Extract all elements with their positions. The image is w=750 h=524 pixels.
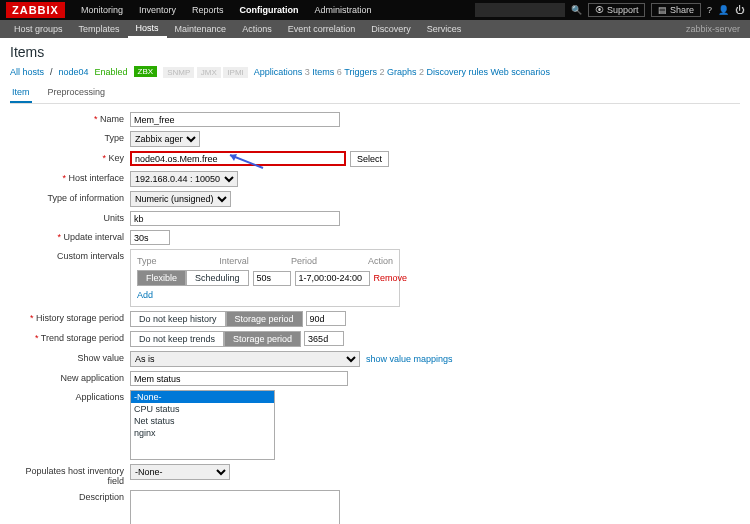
description-textarea[interactable] bbox=[130, 490, 340, 524]
tab-preprocessing[interactable]: Preprocessing bbox=[46, 83, 108, 103]
bc-link-graphs[interactable]: Graphs bbox=[387, 67, 417, 77]
trend-period-input[interactable] bbox=[304, 331, 344, 346]
bc-link-triggers[interactable]: Triggers bbox=[344, 67, 377, 77]
bc-link-applications[interactable]: Applications bbox=[254, 67, 303, 77]
tag-snmp: SNMP bbox=[163, 67, 194, 78]
ci-interval-input[interactable] bbox=[253, 271, 291, 286]
app-option[interactable]: -None- bbox=[131, 391, 274, 403]
ci-add-link[interactable]: Add bbox=[137, 290, 153, 300]
label-description: Description bbox=[10, 490, 130, 502]
label-applications: Applications bbox=[10, 390, 130, 402]
tag-ipmi: IPMI bbox=[223, 67, 247, 78]
bc-link-discovery-rules[interactable]: Discovery rules bbox=[426, 67, 488, 77]
topnav-administration[interactable]: Administration bbox=[307, 0, 380, 20]
page-title: Items bbox=[10, 44, 740, 60]
subnav-actions[interactable]: Actions bbox=[234, 20, 280, 38]
bc-link-items[interactable]: Items bbox=[312, 67, 334, 77]
app-option[interactable]: nginx bbox=[131, 427, 274, 439]
topnav-configuration[interactable]: Configuration bbox=[232, 0, 307, 20]
label-host-interface: Host interface bbox=[10, 171, 130, 183]
update-interval-input[interactable] bbox=[130, 230, 170, 245]
name-input[interactable] bbox=[130, 112, 340, 127]
ci-head-action: Action bbox=[368, 256, 393, 266]
bc-all-hosts[interactable]: All hosts bbox=[10, 67, 44, 77]
label-key: Key bbox=[10, 151, 130, 163]
label-type-info: Type of information bbox=[10, 191, 130, 203]
ci-remove-link[interactable]: Remove bbox=[374, 273, 408, 283]
type-info-select[interactable]: Numeric (unsigned) bbox=[130, 191, 231, 207]
subnav-services[interactable]: Services bbox=[419, 20, 470, 38]
topnav-inventory[interactable]: Inventory bbox=[131, 0, 184, 20]
share-button[interactable]: ▤ Share bbox=[651, 3, 701, 17]
label-history-storage: History storage period bbox=[10, 311, 130, 323]
label-new-application: New application bbox=[10, 371, 130, 383]
search-icon[interactable]: 🔍 bbox=[571, 5, 582, 15]
ci-head-interval: Interval bbox=[219, 256, 251, 266]
global-search-input[interactable] bbox=[475, 3, 565, 17]
label-units: Units bbox=[10, 211, 130, 223]
label-custom-intervals: Custom intervals bbox=[10, 249, 130, 261]
history-period-input[interactable] bbox=[306, 311, 346, 326]
type-select[interactable]: Zabbix agent bbox=[130, 131, 200, 147]
applications-listbox[interactable]: -None-CPU statusNet statusnginx bbox=[130, 390, 275, 460]
show-value-mappings-link[interactable]: show value mappings bbox=[366, 354, 453, 364]
subnav-discovery[interactable]: Discovery bbox=[363, 20, 419, 38]
new-application-input[interactable] bbox=[130, 371, 348, 386]
show-value-select[interactable]: As is bbox=[130, 351, 360, 367]
status-enabled: Enabled bbox=[95, 67, 128, 77]
bc-host[interactable]: node04 bbox=[59, 67, 89, 77]
zbx-tag: ZBX bbox=[134, 66, 158, 77]
help-icon[interactable]: ? bbox=[707, 5, 712, 15]
subnav-hosts[interactable]: Hosts bbox=[128, 20, 167, 38]
ci-head-type: Type bbox=[137, 256, 179, 266]
support-button[interactable]: ⦿ Support bbox=[588, 3, 645, 17]
topnav-monitoring[interactable]: Monitoring bbox=[73, 0, 131, 20]
topnav-reports[interactable]: Reports bbox=[184, 0, 232, 20]
app-option[interactable]: CPU status bbox=[131, 403, 274, 415]
ci-head-period: Period bbox=[291, 256, 328, 266]
power-icon[interactable]: ⏻ bbox=[735, 5, 744, 15]
bc-link-web-scenarios[interactable]: Web scenarios bbox=[491, 67, 550, 77]
server-name: zabbix-server bbox=[678, 20, 744, 38]
interval-type-toggle[interactable]: FlexibleScheduling bbox=[137, 270, 249, 286]
select-key-button[interactable]: Select bbox=[350, 151, 389, 167]
trend-mode-toggle[interactable]: Do not keep trendsStorage period bbox=[130, 331, 301, 347]
subnav-host-groups[interactable]: Host groups bbox=[6, 20, 71, 38]
arrow-annotation-key bbox=[225, 150, 265, 170]
label-type: Type bbox=[10, 131, 130, 143]
host-interface-select[interactable]: 192.168.0.44 : 10050 bbox=[130, 171, 238, 187]
label-populates-inventory: Populates host inventory field bbox=[10, 464, 130, 486]
units-input[interactable] bbox=[130, 211, 340, 226]
ci-period-input[interactable] bbox=[295, 271, 370, 286]
tag-jmx: JMX bbox=[197, 67, 221, 78]
label-show-value: Show value bbox=[10, 351, 130, 363]
logo: ZABBIX bbox=[6, 2, 65, 18]
app-option[interactable]: Net status bbox=[131, 415, 274, 427]
subnav-templates[interactable]: Templates bbox=[71, 20, 128, 38]
label-name: Name bbox=[10, 112, 130, 124]
inventory-field-select[interactable]: -None- bbox=[130, 464, 230, 480]
label-update-interval: Update interval bbox=[10, 230, 130, 242]
tab-item[interactable]: Item bbox=[10, 83, 32, 103]
breadcrumb: All hosts / node04 Enabled ZBX SNMP JMX … bbox=[10, 66, 740, 77]
user-icon[interactable]: 👤 bbox=[718, 5, 729, 15]
subnav-maintenance[interactable]: Maintenance bbox=[167, 20, 235, 38]
label-trend-storage: Trend storage period bbox=[10, 331, 130, 343]
history-mode-toggle[interactable]: Do not keep historyStorage period bbox=[130, 311, 303, 327]
subnav-event-correlation[interactable]: Event correlation bbox=[280, 20, 364, 38]
